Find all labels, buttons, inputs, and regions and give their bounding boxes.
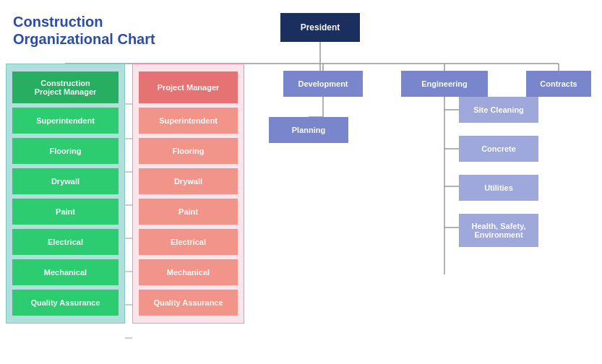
contracts-node: Contracts xyxy=(526,71,591,97)
concrete-label: Concrete xyxy=(481,144,516,153)
planning-label: Planning xyxy=(292,126,325,134)
utilities-label: Utilities xyxy=(484,183,513,192)
left-flooring-label: Flooring xyxy=(50,147,82,155)
chart-container: Construction Organizational Chart xyxy=(0,0,602,364)
president-label: President xyxy=(301,22,340,32)
concrete-node: Concrete xyxy=(459,136,538,162)
pink-flooring: Flooring xyxy=(139,138,238,164)
left-flooring: Flooring xyxy=(12,138,119,164)
pink-paint-label: Paint xyxy=(179,207,198,216)
left-mechanical-label: Mechanical xyxy=(44,268,87,277)
health-safety-node: Health, Safety,Environment xyxy=(459,214,538,247)
title-line2: Organizational Chart xyxy=(13,31,155,47)
left-qa: Quality Assurance xyxy=(12,290,119,316)
construction-pm-label: ConstructionProject Manager xyxy=(35,79,97,96)
development-node: Development xyxy=(283,71,363,97)
pink-qa-label: Quality Assurance xyxy=(153,298,223,307)
pink-section: Project Manager Superintendent Flooring … xyxy=(132,64,244,324)
pink-mechanical-label: Mechanical xyxy=(167,268,210,277)
left-drywall-label: Drywall xyxy=(51,177,79,186)
pink-drywall-label: Drywall xyxy=(174,177,202,186)
president-box: President xyxy=(280,13,360,42)
pink-drywall: Drywall xyxy=(139,168,238,194)
project-manager-label: Project Manager xyxy=(158,83,220,92)
engineering-node: Engineering xyxy=(401,71,488,97)
pink-superintendent-label: Superintendent xyxy=(159,116,218,125)
planning-node: Planning xyxy=(269,117,348,143)
left-superintendent-label: Superintendent xyxy=(36,116,95,125)
contracts-label: Contracts xyxy=(540,79,577,88)
project-manager-box: Project Manager xyxy=(139,72,238,103)
left-drywall: Drywall xyxy=(12,168,119,194)
site-cleaning-node: Site Cleaning xyxy=(459,97,538,123)
pink-superintendent: Superintendent xyxy=(139,108,238,134)
construction-pm-box: ConstructionProject Manager xyxy=(12,72,119,103)
pink-qa: Quality Assurance xyxy=(139,290,238,316)
engineering-label: Engineering xyxy=(421,79,468,88)
left-electrical-label: Electrical xyxy=(48,238,83,246)
left-section: ConstructionProject Manager Superintende… xyxy=(6,64,125,324)
pink-paint: Paint xyxy=(139,199,238,225)
left-paint: Paint xyxy=(12,199,119,225)
left-superintendent: Superintendent xyxy=(12,108,119,134)
utilities-node: Utilities xyxy=(459,175,538,201)
pink-electrical: Electrical xyxy=(139,229,238,255)
development-label: Development xyxy=(298,79,348,88)
left-qa-label: Quality Assurance xyxy=(30,298,100,307)
left-electrical: Electrical xyxy=(12,229,119,255)
pink-flooring-label: Flooring xyxy=(173,147,205,155)
left-paint-label: Paint xyxy=(56,207,75,216)
left-mechanical: Mechanical xyxy=(12,259,119,285)
health-safety-label: Health, Safety,Environment xyxy=(472,222,526,239)
chart-title: Construction Organizational Chart xyxy=(13,13,155,48)
pink-mechanical: Mechanical xyxy=(139,259,238,285)
title-line1: Construction xyxy=(13,14,103,30)
pink-electrical-label: Electrical xyxy=(171,238,206,246)
site-cleaning-label: Site Cleaning xyxy=(473,105,524,114)
